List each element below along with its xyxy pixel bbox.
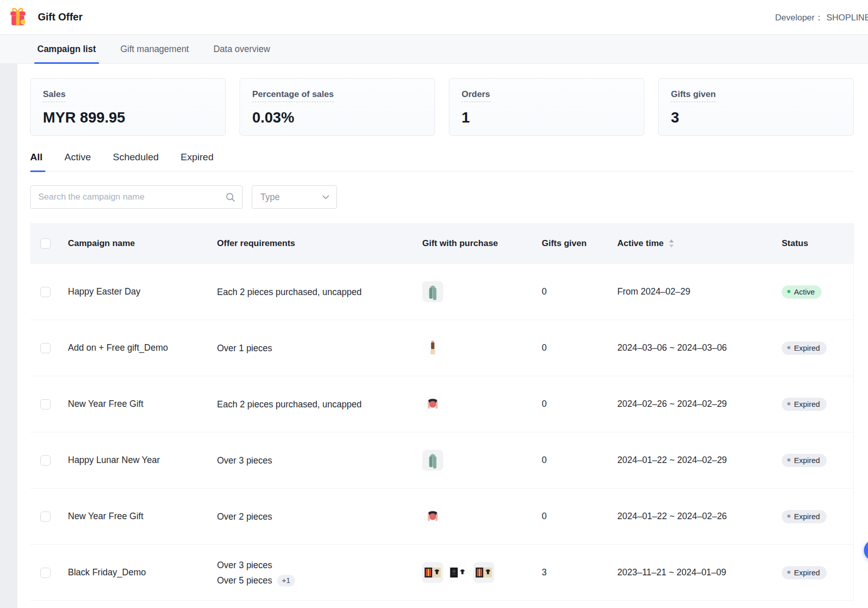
gift-with-purchase-cell xyxy=(422,394,542,415)
column-header-gift-with-purchase: Gift with purchase xyxy=(422,238,542,249)
stat-label[interactable]: Percentage of sales xyxy=(252,89,334,102)
tshirt-poster-bundle-thumbnail xyxy=(422,562,443,583)
column-header-active-time: Active time xyxy=(617,238,664,249)
row-checkbox[interactable] xyxy=(40,287,51,297)
gifts-given-cell: 0 xyxy=(542,343,617,353)
column-header-campaign-name: Campaign name xyxy=(68,238,217,249)
gift-with-purchase-cell xyxy=(422,506,542,527)
filter-tab-active[interactable]: Active xyxy=(64,152,91,171)
select-all-checkbox[interactable] xyxy=(40,238,51,249)
stat-card-sales: SalesMYR 899.95 xyxy=(30,78,226,136)
developer-label: Developer： xyxy=(775,12,824,22)
status-label: Expired xyxy=(794,568,820,577)
row-checkbox[interactable] xyxy=(40,568,51,578)
more-requirements-chip[interactable]: +1 xyxy=(277,575,295,587)
stat-label[interactable]: Sales xyxy=(43,89,65,102)
offer-requirements-cell: Over 2 pieces xyxy=(217,509,422,524)
offer-requirement-line: Over 1 pieces xyxy=(217,341,422,356)
row-checkbox[interactable] xyxy=(40,343,51,353)
stat-label[interactable]: Orders xyxy=(462,89,490,102)
campaign-name-cell[interactable]: Happy Easter Day xyxy=(68,286,217,297)
table-row: Add on + Free gift_Demo Over 1 pieces 0 … xyxy=(30,320,853,376)
status-badge: Active xyxy=(782,285,822,299)
nav-tab-campaign-list[interactable]: Campaign list xyxy=(37,35,96,63)
status-dot xyxy=(787,458,790,461)
status-dot xyxy=(787,346,790,349)
gift-with-purchase-cell xyxy=(422,450,542,471)
gift-with-purchase-cell xyxy=(422,281,542,302)
status-dot xyxy=(787,515,790,518)
status-badge: Expired xyxy=(782,510,827,523)
gift-with-purchase-cell xyxy=(422,337,542,358)
table-row: Happy Lunar New Year Over 3 pieces 0 202… xyxy=(30,432,853,489)
stat-value: 3 xyxy=(671,109,841,126)
offer-requirements-cell: Over 1 pieces xyxy=(217,341,422,356)
gift-with-purchase-cell xyxy=(422,562,542,583)
nav-tab-data-overview[interactable]: Data overview xyxy=(213,35,270,63)
status-label: Expired xyxy=(794,400,820,408)
active-time-cell: From 2024–02–29 xyxy=(617,286,782,297)
campaign-name-cell[interactable]: New Year Free Gift xyxy=(68,511,217,522)
campaign-name-cell[interactable]: Add on + Free gift_Demo xyxy=(68,343,217,353)
status-dot xyxy=(787,571,790,574)
top-bar: Gift Offer Developer：SHOPLINE xyxy=(0,0,868,34)
column-header-status: Status xyxy=(782,238,853,249)
status-cell: Active xyxy=(782,285,853,299)
status-badge: Expired xyxy=(782,398,827,411)
stat-card-percentage-of-sales: Percentage of sales0.03% xyxy=(239,78,435,136)
status-cell: Expired xyxy=(782,566,853,579)
main-content: SalesMYR 899.95Percentage of sales0.03%O… xyxy=(17,64,868,608)
offer-requirement-line: Over 2 pieces xyxy=(217,509,422,524)
status-dot xyxy=(787,290,790,293)
type-select-label: Type xyxy=(260,192,280,203)
offer-requirement-line: Each 2 pieces purchased, uncapped xyxy=(217,397,422,412)
green-scarf-thumbnail xyxy=(422,281,443,302)
filter-tab-all[interactable]: All xyxy=(30,152,42,171)
table-header: Campaign name Offer requirements Gift wi… xyxy=(30,223,853,264)
gifts-given-cell: 0 xyxy=(542,286,617,297)
nav-tab-bar: Campaign listGift managementData overvie… xyxy=(0,34,868,64)
type-select[interactable]: Type xyxy=(252,185,337,209)
blush-compact-thumbnail xyxy=(422,394,443,415)
stat-value: 0.03% xyxy=(252,109,422,126)
filter-tab-scheduled[interactable]: Scheduled xyxy=(113,152,159,171)
blush-compact-thumbnail xyxy=(422,506,443,527)
stats-row: SalesMYR 899.95Percentage of sales0.03%O… xyxy=(30,78,854,136)
page-title: Gift Offer xyxy=(38,11,83,23)
status-label: Expired xyxy=(794,344,820,352)
developer-value: SHOPLINE xyxy=(827,12,868,22)
campaign-name-cell[interactable]: New Year Free Gift xyxy=(68,399,217,409)
status-badge: Expired xyxy=(782,342,827,355)
search-icon[interactable] xyxy=(226,192,235,202)
filter-controls: Type xyxy=(30,185,854,209)
search-box[interactable] xyxy=(30,185,243,209)
campaign-table: Campaign name Offer requirements Gift wi… xyxy=(30,223,854,601)
active-time-cell: 2023–11–21 ~ 2024–01–09 xyxy=(617,567,782,578)
status-cell: Expired xyxy=(782,509,853,523)
status-cell: Expired xyxy=(782,453,853,467)
gifts-given-cell: 0 xyxy=(542,399,617,409)
app-window: Gift Offer Developer：SHOPLINE Campaign l… xyxy=(0,0,868,608)
stat-label[interactable]: Gifts given xyxy=(671,89,716,102)
table-row: New Year Free Gift Over 2 pieces 0 2024–… xyxy=(30,489,853,545)
search-input[interactable] xyxy=(38,192,226,202)
column-header-gifts-given: Gifts given xyxy=(542,238,617,249)
offer-requirements-cell: Each 2 pieces purchased, uncapped xyxy=(217,397,422,412)
gifts-given-cell: 0 xyxy=(542,511,617,522)
gifts-given-cell: 3 xyxy=(542,567,617,578)
nav-tab-gift-management[interactable]: Gift management xyxy=(120,35,189,63)
row-checkbox[interactable] xyxy=(40,455,51,466)
status-label: Expired xyxy=(794,512,820,521)
gift-icon xyxy=(8,7,29,28)
green-scarf-thumbnail xyxy=(422,450,443,471)
campaign-name-cell[interactable]: Black Friday_Demo xyxy=(68,567,217,578)
sort-icon[interactable] xyxy=(669,239,674,248)
campaign-name-cell[interactable]: Happy Lunar New Year xyxy=(68,455,217,466)
offer-requirements-cell: Each 2 pieces purchased, uncapped xyxy=(217,284,422,300)
status-badge: Expired xyxy=(782,566,827,579)
row-checkbox[interactable] xyxy=(40,399,51,409)
table-row: Happy Easter Day Each 2 pieces purchased… xyxy=(30,264,853,320)
filter-tab-expired[interactable]: Expired xyxy=(181,152,213,171)
row-checkbox[interactable] xyxy=(40,512,51,522)
active-time-cell: 2024–01–22 ~ 2024–02–29 xyxy=(617,455,782,466)
